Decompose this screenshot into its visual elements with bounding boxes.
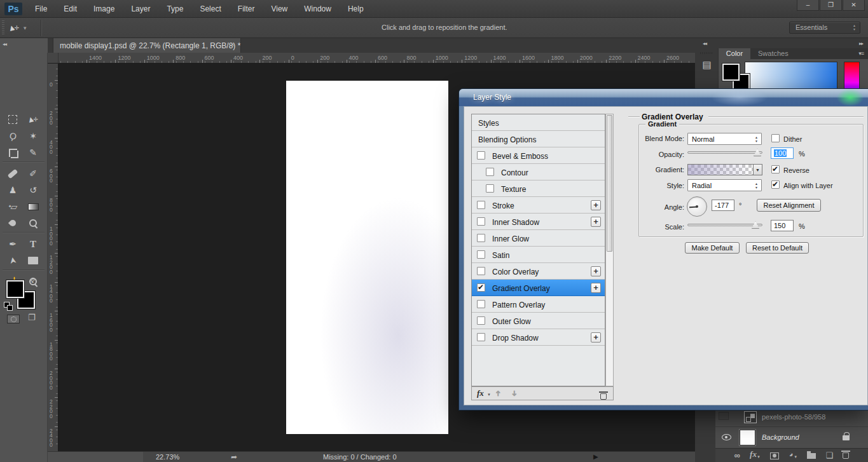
magic-wand-tool[interactable]: ✶ xyxy=(24,128,43,144)
zoom-tool[interactable] xyxy=(24,274,43,289)
collapse-panel-icon[interactable]: ◂◂ xyxy=(3,41,6,47)
foreground-color-swatch[interactable] xyxy=(6,280,24,298)
add-effect-icon[interactable]: + xyxy=(591,283,601,293)
crop-tool[interactable] xyxy=(3,145,22,160)
style-select[interactable]: Radial ▲▼ xyxy=(687,179,762,191)
align-with-layer-checkbox[interactable] xyxy=(771,180,780,189)
dodge-tool[interactable] xyxy=(24,215,43,231)
layer-thumbnail[interactable] xyxy=(740,430,755,445)
gradient-picker-arrow[interactable]: ▼ xyxy=(754,164,762,175)
slider-track[interactable] xyxy=(687,151,762,154)
new-layer-icon[interactable]: ❏ xyxy=(826,449,834,462)
styles-scrollbar[interactable] xyxy=(605,114,614,386)
blur-tool[interactable] xyxy=(3,215,22,231)
delete-layer-icon[interactable] xyxy=(843,449,849,462)
effect-checkbox[interactable] xyxy=(477,300,485,308)
opacity-slider[interactable] xyxy=(687,149,762,157)
layer-group-icon[interactable] xyxy=(807,449,816,462)
style-item-gradient-overlay[interactable]: Gradient Overlay+ xyxy=(472,280,605,296)
tab-swatches[interactable]: Swatches xyxy=(758,48,789,59)
menu-help[interactable]: Help xyxy=(340,0,372,18)
menu-layer[interactable]: Layer xyxy=(123,0,158,18)
opacity-field[interactable]: 100 xyxy=(771,147,794,159)
close-button[interactable]: ✕ xyxy=(843,0,865,11)
foreground-color-well[interactable] xyxy=(722,64,740,81)
angle-dial[interactable] xyxy=(687,196,707,217)
add-effect-icon[interactable]: + xyxy=(591,266,601,276)
spot-healing-brush-tool[interactable] xyxy=(3,166,22,181)
menu-type[interactable]: Type xyxy=(158,0,191,18)
gradient-tool[interactable] xyxy=(24,199,43,214)
vertical-ruler[interactable]: 02 0 04 0 06 0 08 0 01 0 0 01 2 0 01 4 0… xyxy=(48,64,59,451)
style-item-inner-glow[interactable]: Inner Glow xyxy=(472,230,605,247)
style-item-outer-glow[interactable]: Outer Glow xyxy=(472,313,605,329)
adjustment-layer-icon[interactable]: ◑▼ xyxy=(789,448,797,462)
menu-filter[interactable]: Filter xyxy=(230,0,263,18)
dither-checkbox[interactable] xyxy=(771,134,780,142)
effect-checkbox[interactable] xyxy=(477,201,485,209)
effect-checkbox[interactable] xyxy=(486,184,494,193)
add-effect-icon[interactable]: + xyxy=(591,200,601,210)
menu-file[interactable]: File xyxy=(27,0,55,18)
expand-dock-icon[interactable]: ◂◂ xyxy=(703,41,706,46)
workspace-switcher[interactable]: Essentials ▲▼ xyxy=(789,22,860,34)
zoom-level-field[interactable]: 22.73% xyxy=(156,453,179,461)
effect-checkbox[interactable] xyxy=(477,250,485,259)
collapse-dock-icon[interactable]: ▸▸ xyxy=(859,41,863,46)
horizontal-ruler[interactable]: 1400120010008006004002000200400600800100… xyxy=(48,53,695,64)
add-effect-icon[interactable]: + xyxy=(591,332,601,343)
style-item-blending-options[interactable]: Blending Options xyxy=(472,131,605,147)
effect-checkbox[interactable] xyxy=(477,267,485,275)
ruler-origin-corner[interactable] xyxy=(48,53,59,64)
effect-checkbox[interactable] xyxy=(486,168,494,176)
tab-color[interactable]: Color xyxy=(719,48,750,59)
reset-alignment-button[interactable]: Reset Alignment xyxy=(757,199,821,212)
scale-slider[interactable] xyxy=(687,221,762,229)
tool-preset-picker[interactable]: ▶ ✛ ▼ xyxy=(9,21,38,35)
fx-menu-button[interactable]: fx xyxy=(477,388,484,398)
style-item-satin[interactable]: Satin xyxy=(472,247,605,263)
move-effect-down-icon[interactable]: ➜ xyxy=(510,390,519,397)
link-layers-icon[interactable]: ∞ xyxy=(734,449,740,462)
default-colors-icon[interactable] xyxy=(4,302,13,311)
restore-down-button[interactable]: ❐ xyxy=(820,0,842,11)
effect-checkbox[interactable] xyxy=(477,333,485,341)
make-default-button[interactable]: Make Default xyxy=(685,242,740,254)
effect-checkbox[interactable] xyxy=(477,217,485,226)
layer-mask-icon[interactable] xyxy=(770,449,779,462)
pen-tool[interactable]: ✒ xyxy=(3,236,22,252)
style-item-stroke[interactable]: Stroke+ xyxy=(472,197,605,214)
style-item-pattern-overlay[interactable]: Pattern Overlay xyxy=(472,296,605,313)
style-item-drop-shadow[interactable]: Drop Shadow+ xyxy=(472,329,605,346)
effect-checkbox[interactable] xyxy=(477,234,485,242)
slider-track[interactable] xyxy=(687,224,762,226)
effect-checkbox[interactable] xyxy=(477,151,485,160)
scrollbar-thumb[interactable] xyxy=(607,115,612,252)
rectangle-tool[interactable] xyxy=(24,253,43,268)
add-effect-icon[interactable]: + xyxy=(591,217,601,227)
rectangular-marquee-tool[interactable] xyxy=(3,112,22,127)
menu-select[interactable]: Select xyxy=(191,0,229,18)
document-tab[interactable]: mobile display1.psd @ 22.7% (Rectangle 1… xyxy=(53,38,241,53)
effect-checkbox[interactable] xyxy=(477,316,485,325)
layer-row[interactable]: Background xyxy=(715,428,868,448)
smart-object-thumbnail[interactable] xyxy=(744,411,757,423)
menu-view[interactable]: View xyxy=(263,0,296,18)
reset-to-default-button[interactable]: Reset to Default xyxy=(746,242,809,254)
style-item-contour[interactable]: Contour xyxy=(472,164,605,180)
options-bar-grip[interactable] xyxy=(2,20,4,36)
menu-image[interactable]: Image xyxy=(85,0,123,18)
style-item-texture[interactable]: Texture xyxy=(472,180,605,197)
move-tool[interactable]: ▶✛ xyxy=(24,112,43,127)
lasso-tool[interactable]: Ϙ xyxy=(3,128,22,144)
effect-checkbox[interactable] xyxy=(477,283,485,292)
scale-field[interactable]: 150 xyxy=(771,220,794,231)
status-options-arrow-icon[interactable]: ▶ xyxy=(593,453,598,460)
history-panel-icon[interactable]: ▤ xyxy=(699,57,714,72)
panel-grip[interactable] xyxy=(700,52,713,54)
visibility-toggle[interactable] xyxy=(719,412,729,420)
layer-row[interactable]: pexels-photo-58/958 xyxy=(715,410,868,427)
delete-effect-icon[interactable] xyxy=(600,390,607,402)
gradient-swatch[interactable] xyxy=(687,164,754,175)
style-item-inner-shadow[interactable]: Inner Shadow+ xyxy=(472,214,605,230)
